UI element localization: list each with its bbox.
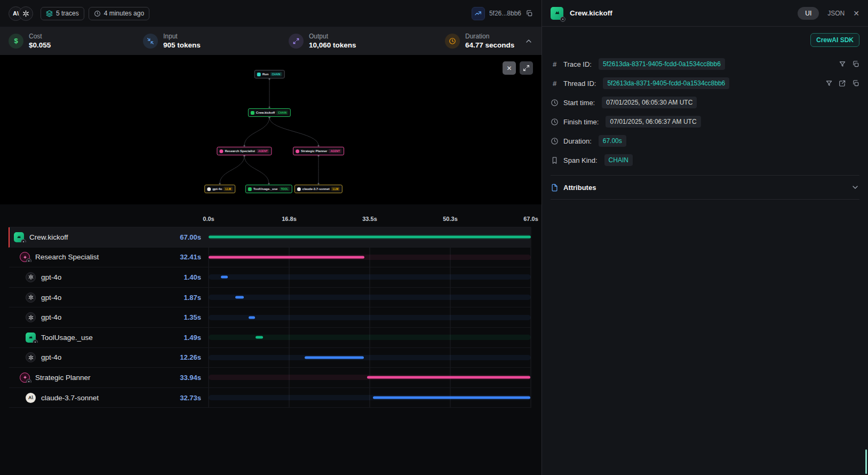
node-label: gpt-4o bbox=[212, 187, 222, 191]
node-label: ToolUsage._use bbox=[253, 187, 278, 191]
axis-tick: 33.5s bbox=[362, 216, 377, 222]
graph-node[interactable]: gpt-4o LLM bbox=[204, 185, 235, 193]
graph-node[interactable]: Crew.kickoff CHAIN bbox=[248, 108, 291, 117]
node-kind-chip: CHAIN bbox=[270, 72, 282, 76]
span-bar[interactable] bbox=[235, 296, 244, 299]
waterfall-row[interactable]: Crew.kickoff 67.00s bbox=[9, 227, 531, 248]
span-bar[interactable] bbox=[209, 236, 531, 239]
field-value[interactable]: 5f2613da-8371-9405-fcdd-0a1534cc8bb6 bbox=[603, 77, 729, 89]
span-duration: 1.40s bbox=[166, 273, 209, 281]
span-bar[interactable] bbox=[367, 376, 530, 379]
copy-icon[interactable] bbox=[525, 10, 533, 17]
graph-node[interactable]: Run CHAIN bbox=[254, 70, 285, 78]
expand-graph-button[interactable] bbox=[520, 61, 533, 75]
copy-icon[interactable] bbox=[852, 60, 859, 68]
waterfall-row[interactable]: gpt-4o 1.35s bbox=[9, 307, 531, 328]
trace-chart-button[interactable] bbox=[472, 7, 485, 20]
span-duration: 1.35s bbox=[166, 313, 209, 321]
close-panel-button[interactable]: ✕ bbox=[853, 9, 859, 18]
graph-node[interactable]: Strategic Planner AGENT bbox=[293, 147, 344, 155]
span-bar-area bbox=[209, 348, 531, 368]
crew-span-icon bbox=[551, 7, 563, 20]
stat-label: Output bbox=[309, 33, 356, 40]
collapse-chevron-up-icon[interactable] bbox=[524, 37, 533, 45]
waterfall-row[interactable]: Strategic Planner 33.94s bbox=[9, 368, 531, 388]
attributes-label: Attributes bbox=[563, 184, 596, 192]
waterfall-row[interactable]: gpt-4o 1.40s bbox=[9, 267, 531, 288]
panel-header: Crew.kickoff UI JSON ✕ bbox=[542, 0, 868, 27]
span-bar-track bbox=[209, 355, 531, 360]
field-value[interactable]: 5f2613da-8371-9405-fcdd-0a1534cc8bb6 bbox=[599, 58, 725, 70]
tab-ui[interactable]: UI bbox=[798, 7, 819, 20]
layers-icon bbox=[46, 10, 53, 17]
chevron-down-icon[interactable] bbox=[851, 183, 859, 192]
field-label: Thread ID: bbox=[563, 80, 596, 88]
traces-badge[interactable]: 5 traces bbox=[41, 7, 84, 20]
field-value[interactable]: 67.00s bbox=[599, 135, 626, 147]
copy-icon[interactable] bbox=[852, 80, 859, 87]
time-badge-label: 4 minutes ago bbox=[104, 10, 144, 17]
span-bar-area bbox=[209, 267, 531, 287]
stat-value: 905 tokens bbox=[163, 41, 201, 49]
filter-icon[interactable] bbox=[839, 60, 846, 68]
waterfall-row[interactable]: Research Specialist 32.41s bbox=[9, 248, 531, 268]
span-duration: 12.26s bbox=[166, 353, 209, 361]
waterfall-row[interactable]: A\ claude-3.7-sonnet 32.73s bbox=[9, 388, 531, 408]
attributes-section[interactable]: Attributes bbox=[551, 175, 859, 200]
clock-icon bbox=[551, 99, 559, 107]
node-label: Crew.kickoff bbox=[256, 111, 275, 114]
span-bar-area bbox=[209, 248, 531, 267]
span-bar[interactable] bbox=[221, 276, 228, 279]
tab-json[interactable]: JSON bbox=[827, 10, 845, 17]
span-duration: 32.73s bbox=[166, 394, 209, 402]
stats-list: $ Cost $0.055 Input 905 tokens Output 10… bbox=[9, 33, 520, 49]
traces-badge-label: 5 traces bbox=[56, 10, 79, 17]
span-bar-area bbox=[209, 368, 531, 387]
span-duration: 32.41s bbox=[166, 253, 209, 261]
span-bar[interactable] bbox=[249, 316, 255, 319]
span-bar[interactable] bbox=[373, 397, 530, 399]
instrumentation-badge-icon bbox=[26, 258, 31, 262]
graph-node[interactable]: ToolUsage._use TOOL bbox=[245, 185, 292, 193]
stat-input: Input 905 tokens bbox=[143, 33, 289, 49]
span-name: gpt-4o bbox=[41, 294, 61, 302]
span-bar[interactable] bbox=[305, 356, 364, 359]
tool-icon bbox=[26, 332, 36, 343]
instrumentation-badge-icon bbox=[560, 17, 566, 22]
waterfall-row[interactable]: gpt-4o 12.26s bbox=[9, 348, 531, 368]
graph-node[interactable]: Research Specialist AGENT bbox=[217, 147, 272, 155]
field-value[interactable]: CHAIN bbox=[604, 154, 633, 166]
graph-node[interactable]: claude-3.7-sonnet LLM bbox=[294, 185, 343, 193]
field-value[interactable]: 07/01/2025, 06:06:37 AM UTC bbox=[606, 116, 700, 128]
waterfall-row[interactable]: ToolUsage._use 1.49s bbox=[9, 328, 531, 348]
close-graph-button[interactable]: ✕ bbox=[503, 61, 516, 75]
bookmark-icon bbox=[551, 156, 559, 164]
span-fields: # Trace ID: 5f2613da-8371-9405-fcdd-0a15… bbox=[551, 54, 859, 170]
field-thread-id: # Thread ID: 5f2613da-8371-9405-fcdd-0a1… bbox=[551, 74, 859, 93]
scrollbar-thumb[interactable] bbox=[865, 449, 867, 474]
span-name: ToolUsage._use bbox=[41, 334, 93, 342]
arrows-in-icon bbox=[143, 34, 158, 49]
filter-icon[interactable] bbox=[825, 80, 833, 87]
field-value[interactable]: 07/01/2025, 06:05:30 AM UTC bbox=[602, 97, 697, 108]
node-kind-chip: LLM bbox=[224, 187, 233, 191]
field-duration: Duration: 67.00s bbox=[551, 131, 859, 151]
span-bar-track bbox=[209, 295, 531, 300]
span-bar-area bbox=[209, 288, 531, 307]
waterfall-row[interactable]: gpt-4o 1.87s bbox=[9, 288, 531, 308]
trace-short-id: 5f26...8bb6 bbox=[489, 10, 521, 17]
node-label: Run bbox=[262, 73, 269, 76]
clock-icon bbox=[445, 34, 460, 49]
open-icon[interactable] bbox=[839, 80, 846, 87]
waterfall: 0.0s16.8s33.5s50.3s67.0s Crew.kickoff 67… bbox=[9, 204, 531, 408]
span-bar[interactable] bbox=[256, 336, 262, 339]
field-actions bbox=[839, 60, 859, 68]
stat-output: Output 10,060 tokens bbox=[289, 33, 445, 49]
node-kind-chip: AGENT bbox=[329, 149, 341, 153]
span-bar[interactable] bbox=[209, 256, 364, 258]
trace-graph[interactable]: Run CHAIN Crew.kickoff CHAIN Research Sp… bbox=[0, 55, 541, 204]
clock-icon bbox=[551, 118, 559, 126]
stat-value: 10,060 tokens bbox=[309, 41, 356, 49]
time-badge: 4 minutes ago bbox=[89, 7, 149, 20]
clock-icon bbox=[551, 137, 559, 145]
